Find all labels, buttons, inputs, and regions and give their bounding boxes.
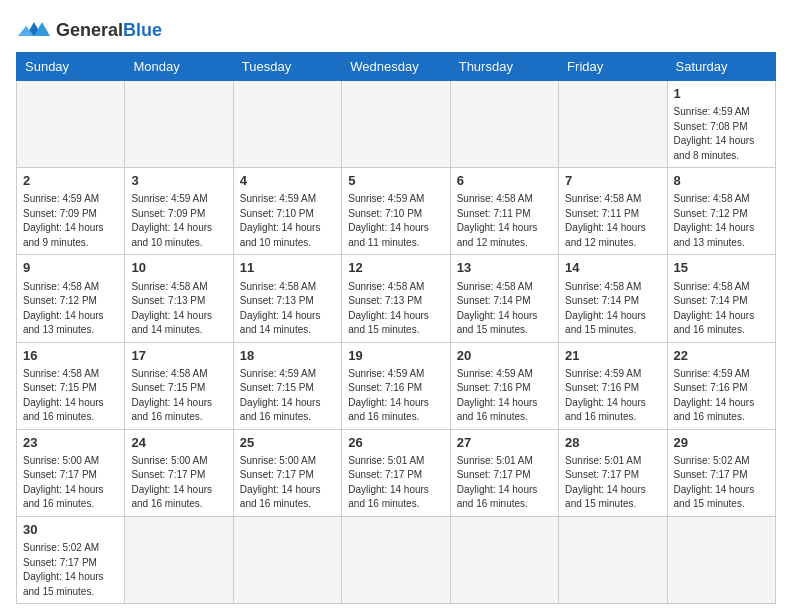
day-number: 29: [674, 434, 769, 452]
weekday-header: Tuesday: [233, 53, 341, 81]
weekday-header: Saturday: [667, 53, 775, 81]
day-number: 6: [457, 172, 552, 190]
calendar-header: SundayMondayTuesdayWednesdayThursdayFrid…: [17, 53, 776, 81]
day-info: Sunrise: 4:59 AMSunset: 7:16 PMDaylight:…: [674, 367, 769, 425]
day-info: Sunrise: 4:58 AMSunset: 7:13 PMDaylight:…: [131, 280, 226, 338]
day-number: 14: [565, 259, 660, 277]
day-number: 25: [240, 434, 335, 452]
day-info: Sunrise: 4:58 AMSunset: 7:12 PMDaylight:…: [674, 192, 769, 250]
calendar-day-cell: [342, 516, 450, 603]
day-number: 22: [674, 347, 769, 365]
calendar-day-cell: 18Sunrise: 4:59 AMSunset: 7:15 PMDayligh…: [233, 342, 341, 429]
day-number: 7: [565, 172, 660, 190]
calendar-week-row: 1Sunrise: 4:59 AMSunset: 7:08 PMDaylight…: [17, 81, 776, 168]
day-info: Sunrise: 4:58 AMSunset: 7:11 PMDaylight:…: [565, 192, 660, 250]
page-header: GeneralBlue: [16, 16, 776, 44]
day-info: Sunrise: 4:58 AMSunset: 7:13 PMDaylight:…: [348, 280, 443, 338]
day-number: 3: [131, 172, 226, 190]
calendar-day-cell: [125, 516, 233, 603]
calendar-day-cell: 27Sunrise: 5:01 AMSunset: 7:17 PMDayligh…: [450, 429, 558, 516]
logo: GeneralBlue: [16, 16, 162, 44]
calendar-day-cell: [342, 81, 450, 168]
day-info: Sunrise: 4:58 AMSunset: 7:12 PMDaylight:…: [23, 280, 118, 338]
day-number: 1: [674, 85, 769, 103]
calendar-day-cell: 4Sunrise: 4:59 AMSunset: 7:10 PMDaylight…: [233, 168, 341, 255]
day-number: 17: [131, 347, 226, 365]
calendar-day-cell: 3Sunrise: 4:59 AMSunset: 7:09 PMDaylight…: [125, 168, 233, 255]
day-number: 19: [348, 347, 443, 365]
day-number: 21: [565, 347, 660, 365]
day-number: 24: [131, 434, 226, 452]
day-info: Sunrise: 4:58 AMSunset: 7:11 PMDaylight:…: [457, 192, 552, 250]
day-info: Sunrise: 4:58 AMSunset: 7:13 PMDaylight:…: [240, 280, 335, 338]
day-info: Sunrise: 5:02 AMSunset: 7:17 PMDaylight:…: [23, 541, 118, 599]
calendar-day-cell: 6Sunrise: 4:58 AMSunset: 7:11 PMDaylight…: [450, 168, 558, 255]
day-info: Sunrise: 5:01 AMSunset: 7:17 PMDaylight:…: [457, 454, 552, 512]
day-number: 20: [457, 347, 552, 365]
calendar-day-cell: 11Sunrise: 4:58 AMSunset: 7:13 PMDayligh…: [233, 255, 341, 342]
day-number: 28: [565, 434, 660, 452]
calendar-day-cell: 21Sunrise: 4:59 AMSunset: 7:16 PMDayligh…: [559, 342, 667, 429]
calendar-day-cell: 12Sunrise: 4:58 AMSunset: 7:13 PMDayligh…: [342, 255, 450, 342]
day-info: Sunrise: 4:59 AMSunset: 7:16 PMDaylight:…: [565, 367, 660, 425]
calendar-day-cell: [559, 81, 667, 168]
calendar-day-cell: [233, 516, 341, 603]
day-info: Sunrise: 5:02 AMSunset: 7:17 PMDaylight:…: [674, 454, 769, 512]
day-number: 27: [457, 434, 552, 452]
calendar-day-cell: 2Sunrise: 4:59 AMSunset: 7:09 PMDaylight…: [17, 168, 125, 255]
day-number: 18: [240, 347, 335, 365]
calendar-day-cell: 7Sunrise: 4:58 AMSunset: 7:11 PMDaylight…: [559, 168, 667, 255]
day-info: Sunrise: 4:58 AMSunset: 7:14 PMDaylight:…: [565, 280, 660, 338]
day-info: Sunrise: 5:00 AMSunset: 7:17 PMDaylight:…: [240, 454, 335, 512]
calendar-day-cell: 5Sunrise: 4:59 AMSunset: 7:10 PMDaylight…: [342, 168, 450, 255]
day-info: Sunrise: 4:59 AMSunset: 7:16 PMDaylight:…: [457, 367, 552, 425]
calendar-day-cell: 15Sunrise: 4:58 AMSunset: 7:14 PMDayligh…: [667, 255, 775, 342]
calendar-day-cell: 20Sunrise: 4:59 AMSunset: 7:16 PMDayligh…: [450, 342, 558, 429]
day-number: 11: [240, 259, 335, 277]
calendar-week-row: 9Sunrise: 4:58 AMSunset: 7:12 PMDaylight…: [17, 255, 776, 342]
day-number: 10: [131, 259, 226, 277]
day-info: Sunrise: 5:00 AMSunset: 7:17 PMDaylight:…: [131, 454, 226, 512]
calendar-week-row: 23Sunrise: 5:00 AMSunset: 7:17 PMDayligh…: [17, 429, 776, 516]
day-info: Sunrise: 5:01 AMSunset: 7:17 PMDaylight:…: [348, 454, 443, 512]
day-number: 8: [674, 172, 769, 190]
logo-icon: [16, 16, 52, 44]
calendar-day-cell: [667, 516, 775, 603]
day-info: Sunrise: 4:59 AMSunset: 7:10 PMDaylight:…: [348, 192, 443, 250]
logo-text: GeneralBlue: [56, 20, 162, 41]
calendar-day-cell: 13Sunrise: 4:58 AMSunset: 7:14 PMDayligh…: [450, 255, 558, 342]
calendar-day-cell: 1Sunrise: 4:59 AMSunset: 7:08 PMDaylight…: [667, 81, 775, 168]
calendar-day-cell: 22Sunrise: 4:59 AMSunset: 7:16 PMDayligh…: [667, 342, 775, 429]
day-info: Sunrise: 4:58 AMSunset: 7:15 PMDaylight:…: [131, 367, 226, 425]
calendar-week-row: 2Sunrise: 4:59 AMSunset: 7:09 PMDaylight…: [17, 168, 776, 255]
weekday-header: Wednesday: [342, 53, 450, 81]
day-info: Sunrise: 4:58 AMSunset: 7:14 PMDaylight:…: [457, 280, 552, 338]
day-number: 15: [674, 259, 769, 277]
day-info: Sunrise: 4:58 AMSunset: 7:14 PMDaylight:…: [674, 280, 769, 338]
calendar-day-cell: 23Sunrise: 5:00 AMSunset: 7:17 PMDayligh…: [17, 429, 125, 516]
calendar-day-cell: [450, 81, 558, 168]
calendar-day-cell: 9Sunrise: 4:58 AMSunset: 7:12 PMDaylight…: [17, 255, 125, 342]
calendar-day-cell: 26Sunrise: 5:01 AMSunset: 7:17 PMDayligh…: [342, 429, 450, 516]
day-number: 16: [23, 347, 118, 365]
calendar-week-row: 16Sunrise: 4:58 AMSunset: 7:15 PMDayligh…: [17, 342, 776, 429]
weekday-header: Thursday: [450, 53, 558, 81]
calendar-body: 1Sunrise: 4:59 AMSunset: 7:08 PMDaylight…: [17, 81, 776, 604]
day-info: Sunrise: 4:58 AMSunset: 7:15 PMDaylight:…: [23, 367, 118, 425]
day-number: 13: [457, 259, 552, 277]
day-info: Sunrise: 4:59 AMSunset: 7:09 PMDaylight:…: [23, 192, 118, 250]
calendar-table: SundayMondayTuesdayWednesdayThursdayFrid…: [16, 52, 776, 604]
day-number: 9: [23, 259, 118, 277]
day-info: Sunrise: 4:59 AMSunset: 7:10 PMDaylight:…: [240, 192, 335, 250]
calendar-day-cell: 19Sunrise: 4:59 AMSunset: 7:16 PMDayligh…: [342, 342, 450, 429]
calendar-day-cell: 25Sunrise: 5:00 AMSunset: 7:17 PMDayligh…: [233, 429, 341, 516]
calendar-day-cell: 16Sunrise: 4:58 AMSunset: 7:15 PMDayligh…: [17, 342, 125, 429]
weekday-row: SundayMondayTuesdayWednesdayThursdayFrid…: [17, 53, 776, 81]
calendar-day-cell: [125, 81, 233, 168]
day-info: Sunrise: 4:59 AMSunset: 7:15 PMDaylight:…: [240, 367, 335, 425]
day-info: Sunrise: 5:00 AMSunset: 7:17 PMDaylight:…: [23, 454, 118, 512]
calendar-day-cell: 14Sunrise: 4:58 AMSunset: 7:14 PMDayligh…: [559, 255, 667, 342]
calendar-day-cell: 17Sunrise: 4:58 AMSunset: 7:15 PMDayligh…: [125, 342, 233, 429]
calendar-day-cell: [17, 81, 125, 168]
day-number: 2: [23, 172, 118, 190]
